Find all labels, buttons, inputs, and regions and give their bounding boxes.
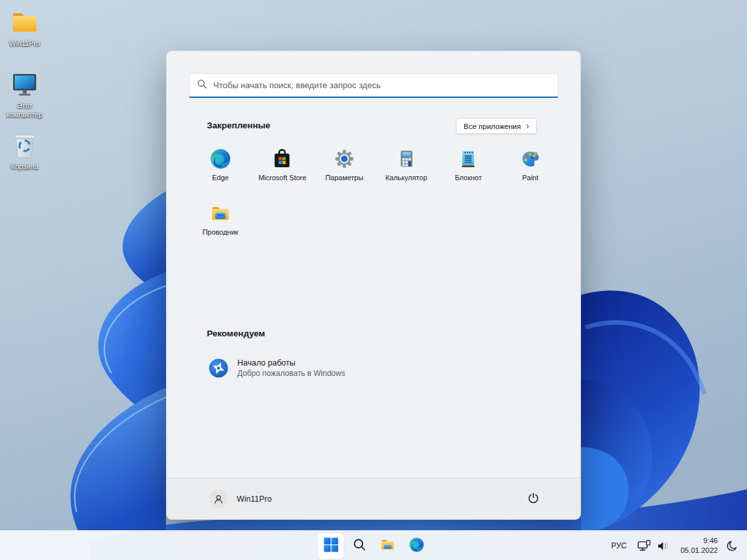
pinned-section-title: Закрепленные: [207, 121, 270, 130]
user-name-label: Win11Pro: [237, 495, 272, 504]
search-icon: [353, 538, 366, 554]
recommended-item-title: Начало работы: [237, 358, 345, 368]
taskbar-search-button[interactable]: [346, 533, 372, 559]
edge-icon: [210, 148, 231, 169]
pinned-app-label: Блокнот: [455, 174, 482, 181]
all-apps-button[interactable]: Все приложения ›: [456, 118, 537, 134]
start-menu: Закрепленные Все приложения › Edge: [166, 51, 581, 520]
pinned-app-settings[interactable]: Параметры: [313, 148, 375, 203]
taskbar-file-explorer-button[interactable]: [375, 533, 401, 559]
pinned-app-label: Параметры: [326, 174, 364, 181]
notepad-icon: [458, 148, 479, 169]
pinned-app-label: Edge: [212, 174, 229, 181]
taskbar-system-tray: РУС 9:46 05.01.2022: [611, 531, 741, 560]
settings-gear-icon: [334, 148, 355, 169]
windows-start-icon: [324, 537, 338, 555]
start-button[interactable]: [318, 533, 344, 559]
desktop-icon-label: Win11Pro: [9, 39, 40, 48]
volume-icon[interactable]: [657, 541, 670, 552]
all-apps-button-label: Все приложения: [464, 122, 521, 130]
taskbar-clock[interactable]: 9:46 05.01.2022: [680, 536, 718, 555]
pinned-apps-grid: Edge Microsoft Store: [189, 148, 562, 257]
recommended-item-subtitle: Добро пожаловать в Windows: [237, 368, 345, 379]
pinned-app-file-explorer[interactable]: Проводник: [189, 203, 252, 257]
pinned-app-label: Paint: [522, 174, 538, 181]
power-button[interactable]: [523, 489, 543, 509]
this-pc-icon: [10, 69, 40, 99]
search-icon: [197, 79, 207, 91]
recommended-section-title: Рекомендуем: [207, 329, 265, 338]
recommended-item-get-started[interactable]: Начало работы Добро пожаловать в Windows: [199, 353, 394, 384]
network-icon[interactable]: [637, 540, 651, 552]
desktop-icon-recycle-bin[interactable]: Корзина: [1, 130, 49, 171]
folder-icon: [10, 6, 40, 37]
language-indicator[interactable]: РУС: [611, 541, 626, 550]
taskbar-edge-button[interactable]: [403, 533, 429, 559]
pinned-app-edge[interactable]: Edge: [189, 148, 252, 203]
file-explorer-folder-icon: [380, 537, 396, 555]
focus-assist-moon-icon[interactable]: [724, 537, 741, 554]
pinned-app-label: Проводник: [202, 228, 238, 236]
microsoft-store-icon: [272, 148, 292, 169]
desktop-icon-label: Корзина: [11, 162, 38, 171]
desktop-icon-label: Этот компьютер: [1, 101, 49, 120]
edge-icon: [409, 537, 424, 555]
chevron-right-icon: ›: [526, 121, 529, 130]
user-avatar-icon: [209, 490, 228, 508]
start-search-box[interactable]: [189, 73, 558, 98]
start-menu-footer: Win11Pro: [167, 478, 580, 519]
clock-date: 05.01.2022: [680, 546, 718, 555]
pinned-app-paint[interactable]: Paint: [499, 148, 562, 203]
power-icon: [527, 492, 540, 507]
pinned-app-calculator[interactable]: Калькулятор: [375, 148, 438, 203]
paint-palette-icon: [520, 148, 541, 169]
file-explorer-folder-icon: [210, 203, 231, 224]
user-profile-button[interactable]: Win11Pro: [209, 490, 272, 508]
pinned-app-microsoft-store[interactable]: Microsoft Store: [252, 148, 314, 203]
taskbar: РУС 9:46 05.01.2022: [0, 530, 747, 560]
calculator-icon: [396, 148, 417, 169]
pinned-app-notepad[interactable]: Блокнот: [437, 148, 499, 203]
get-started-icon: [208, 358, 229, 379]
recycle-bin-icon: [10, 130, 40, 160]
clock-time: 9:46: [680, 536, 718, 546]
search-input[interactable]: [213, 80, 550, 90]
pinned-app-label: Microsoft Store: [258, 174, 306, 181]
pinned-app-label: Калькулятор: [385, 174, 427, 181]
desktop-icon-win11pro[interactable]: Win11Pro: [1, 6, 49, 48]
taskbar-center-icons: [318, 533, 429, 559]
desktop-icon-this-pc[interactable]: Этот компьютер: [1, 69, 49, 120]
